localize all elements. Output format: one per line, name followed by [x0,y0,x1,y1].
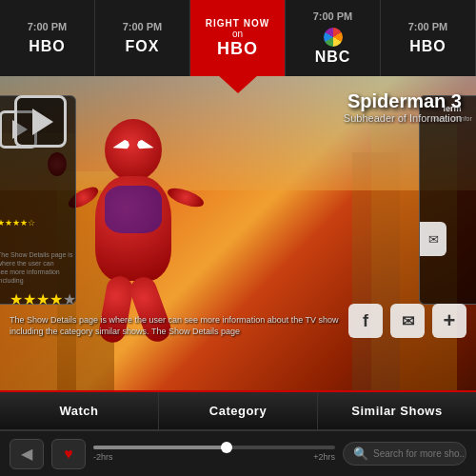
timeline-labels: -2hrs +2hrs [93,452,335,462]
tab-category[interactable]: Category [159,392,318,429]
channel-time-4: 7:00 PM [313,10,353,22]
right-preview-card[interactable]: lerm eader of Infor ✉ [419,95,476,305]
search-box[interactable]: 🔍 [343,442,466,466]
heart-icon: ♥ [64,446,73,463]
timeline: -2hrs +2hrs [93,446,335,462]
on-label: on [232,29,243,39]
star-2: ★ [23,290,36,308]
channel-time-2: 7:00 PM [123,21,163,32]
channel-time-1: 7:00 PM [28,21,68,32]
search-input[interactable] [373,448,464,459]
timeline-track[interactable] [93,446,335,449]
timeline-minus-label: -2hrs [93,452,113,462]
star-1: ★ [10,290,23,308]
star-5: ★ [63,290,76,308]
mail-icon: ✉ [402,312,414,330]
channel-nav: 7:00 PM HBO 7:00 PM FOX RIGHT NOW on HBO… [0,0,476,76]
facebook-icon: f [363,311,368,331]
hero-bottom-info: ★ ★ ★ ★ ★ The Show Details page is where… [10,290,362,338]
movie-title: Spiderman 3 [344,90,462,112]
channel-name-2: FOX [126,38,160,55]
channel-name-1: HBO [29,38,66,55]
tab-category-label: Category [209,404,267,418]
nbc-peacock-icon [324,28,343,47]
favorite-button[interactable]: ♥ [51,439,86,469]
tab-watch[interactable]: Watch [0,392,159,429]
tab-similar-label: Similar Shows [351,404,442,418]
movie-description: The Show Details page is where the user … [10,314,362,338]
back-button[interactable]: ◀ [10,439,44,469]
right-card-action-btn[interactable]: ✉ [420,222,446,256]
channel-time-5: 7:00 PM [408,21,448,32]
channel-name-5: HBO [409,38,446,55]
star-4: ★ [50,290,63,308]
stars-rating[interactable]: ★ ★ ★ ★ ★ [10,290,362,308]
facebook-button[interactable]: f [348,304,383,338]
search-icon: 🔍 [353,446,368,461]
right-now-label: RIGHT NOW [206,18,269,29]
channel-item-hbo1[interactable]: 7:00 PM HBO [0,0,95,76]
channel-item-fox[interactable]: 7:00 PM FOX [95,0,190,76]
mail-button[interactable]: ✉ [390,304,425,338]
channel-item-nbc[interactable]: 7:00 PM NBC [286,0,381,76]
playback-controls: ◀ ♥ -2hrs +2hrs 🔍 [0,430,476,476]
left-card-stars: ★★★★☆ [0,218,35,228]
tab-similar[interactable]: Similar Shows [318,392,476,429]
timeline-plus-label: +2hrs [313,452,335,462]
movie-subtitle: Subheader of Information [344,112,462,124]
channel-item-hbo5[interactable]: 7:00 PM HBO [381,0,476,76]
action-buttons-group: f ✉ + [348,304,466,338]
add-button[interactable]: + [432,304,466,338]
plus-icon: + [444,308,456,333]
hero-play-button[interactable] [14,95,67,148]
left-card-text: The Show Details page is where the user … [0,250,75,285]
hero-section: ★★★★☆ The Show Details page is where the… [0,76,476,390]
timeline-thumb[interactable] [221,442,232,453]
channel-name-active: HBO [217,39,258,59]
hero-title-area: Spiderman 3 Subheader of Information [344,90,462,124]
back-icon: ◀ [21,445,32,463]
channel-item-hbo-active[interactable]: RIGHT NOW on HBO [190,0,286,76]
timeline-progress [93,446,227,449]
content-tabs: Watch Category Similar Shows [0,390,476,430]
star-3: ★ [36,290,50,308]
channel-name-4: NBC [315,49,351,66]
tab-watch-label: Watch [59,404,98,418]
